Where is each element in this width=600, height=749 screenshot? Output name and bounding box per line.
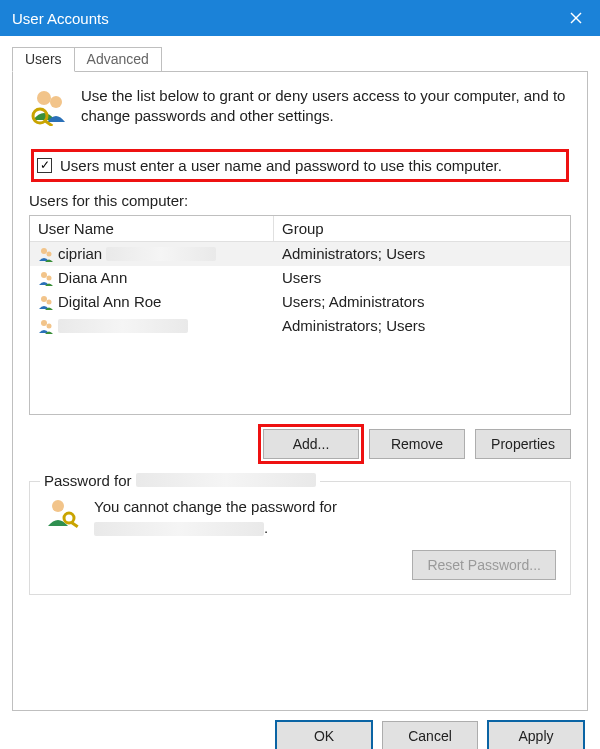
table-row[interactable]: Administrators; Users <box>30 314 570 338</box>
svg-point-11 <box>47 299 52 304</box>
svg-point-13 <box>47 323 52 328</box>
table-row[interactable]: Diana AnnUsers <box>30 266 570 290</box>
apply-button[interactable]: Apply <box>488 721 584 749</box>
key-user-icon <box>44 496 80 532</box>
svg-point-8 <box>41 272 47 278</box>
listview-body: ciprian Administrators; UsersDiana AnnUs… <box>30 242 570 338</box>
cell-username: ciprian <box>30 245 274 262</box>
ok-button[interactable]: OK <box>276 721 372 749</box>
svg-point-14 <box>52 500 64 512</box>
password-body: You cannot change the password for . <box>44 496 556 538</box>
dialog-buttons: OK Cancel Apply <box>12 721 588 749</box>
listview-header: User Name Group <box>30 216 570 242</box>
column-header-group[interactable]: Group <box>274 216 570 241</box>
require-login-checkbox[interactable]: ✓ <box>37 158 52 173</box>
table-row[interactable]: ciprian Administrators; Users <box>30 242 570 266</box>
users-list-label: Users for this computer: <box>29 192 571 209</box>
require-login-label: Users must enter a user name and passwor… <box>60 157 502 174</box>
password-text: You cannot change the password for . <box>94 496 337 538</box>
svg-rect-16 <box>70 521 78 528</box>
titlebar: User Accounts <box>0 0 600 36</box>
svg-point-3 <box>50 96 62 108</box>
svg-point-12 <box>41 320 47 326</box>
check-icon: ✓ <box>40 159 50 171</box>
column-header-username[interactable]: User Name <box>30 216 274 241</box>
svg-point-7 <box>47 251 52 256</box>
table-row[interactable]: Digital Ann RoeUsers; Administrators <box>30 290 570 314</box>
reset-password-button: Reset Password... <box>412 550 556 580</box>
svg-point-2 <box>37 91 51 105</box>
password-button-row: Reset Password... <box>44 550 556 580</box>
svg-point-6 <box>41 248 47 254</box>
tab-users[interactable]: Users <box>12 47 75 72</box>
cancel-button[interactable]: Cancel <box>382 721 478 749</box>
tab-panel-users: Use the list below to grant or deny user… <box>12 71 588 711</box>
client-area: Users Advanced Use the list below to gra… <box>0 36 600 749</box>
cell-group: Users; Administrators <box>274 293 570 310</box>
add-button-highlight: Add... <box>263 429 359 459</box>
properties-button[interactable]: Properties <box>475 429 571 459</box>
password-groupbox: Password for You cannot change the passw… <box>29 481 571 595</box>
cell-group: Administrators; Users <box>274 245 570 262</box>
cell-group: Administrators; Users <box>274 317 570 334</box>
intro-text: Use the list below to grant or deny user… <box>81 86 571 127</box>
close-icon <box>570 12 582 24</box>
window-title: User Accounts <box>12 10 552 27</box>
cell-username: Digital Ann Roe <box>30 293 274 310</box>
password-groupbox-legend: Password for <box>40 472 320 489</box>
tabstrip: Users Advanced <box>12 47 588 72</box>
add-button[interactable]: Add... <box>263 429 359 459</box>
svg-point-9 <box>47 275 52 280</box>
password-text-suffix: . <box>264 519 268 536</box>
users-listview[interactable]: User Name Group ciprian Administrators; … <box>29 215 571 415</box>
cell-username <box>30 318 274 334</box>
cell-group: Users <box>274 269 570 286</box>
remove-button[interactable]: Remove <box>369 429 465 459</box>
redacted-username-2 <box>94 522 264 536</box>
redacted-username <box>136 473 316 487</box>
tab-advanced[interactable]: Advanced <box>75 47 162 72</box>
require-login-row: ✓ Users must enter a user name and passw… <box>31 149 569 182</box>
user-buttons-row: Add... Remove Properties <box>29 429 571 459</box>
cell-username: Diana Ann <box>30 269 274 286</box>
password-legend-prefix: Password for <box>44 472 132 489</box>
intro-row: Use the list below to grant or deny user… <box>29 86 571 127</box>
close-button[interactable] <box>552 0 600 36</box>
svg-point-10 <box>41 296 47 302</box>
users-icon <box>29 86 69 126</box>
password-text-line1: You cannot change the password for <box>94 498 337 515</box>
